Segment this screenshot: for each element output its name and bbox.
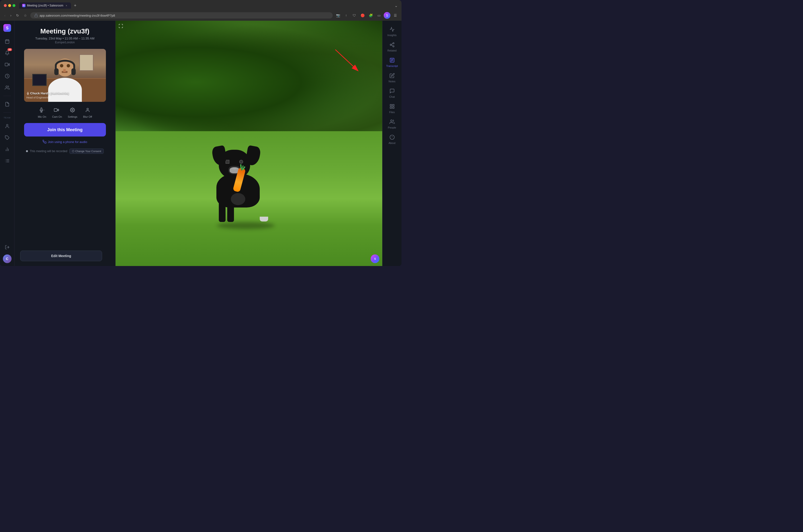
blur-control[interactable]: Blur Off: [83, 106, 92, 118]
profile-icon[interactable]: S: [384, 12, 390, 19]
reload-button[interactable]: ↻: [15, 13, 20, 18]
svg-point-30: [87, 108, 89, 110]
menu-icon[interactable]: ☰: [392, 12, 399, 19]
file-icon: [5, 102, 9, 107]
address-bar[interactable]: app.salesroom.com/meeting/meeting-zvu3f-…: [30, 12, 333, 19]
dog-eye-right: [239, 160, 243, 164]
sidebar-item-tags[interactable]: [2, 132, 13, 143]
right-sidebar-item-insights[interactable]: Insights: [382, 24, 402, 39]
sidebar-toggle-icon[interactable]: ▭: [376, 12, 382, 19]
files-label: Files: [389, 111, 395, 114]
svg-rect-47: [393, 104, 394, 106]
transcript-label: Transcript: [386, 64, 398, 68]
info-circle-icon: [389, 135, 395, 140]
minimize-window-button[interactable]: [8, 4, 11, 7]
lock-icon: [34, 14, 38, 17]
sidebar-divider-2: [3, 112, 11, 113]
tag-icon: [5, 135, 9, 140]
new-tab-button[interactable]: +: [72, 3, 78, 8]
expand-video-icon[interactable]: [118, 24, 123, 30]
cam-label: Cam On: [52, 115, 62, 118]
sidebar-item-calendar[interactable]: [2, 36, 13, 47]
sidebar-item-team-members[interactable]: [2, 121, 13, 131]
mic-control-icon: [38, 106, 46, 114]
close-window-button[interactable]: [4, 4, 7, 7]
window-chevron-down-icon[interactable]: ⌄: [395, 3, 398, 8]
settings-control[interactable]: Settings: [68, 106, 77, 118]
transcript-list-icon: [5, 158, 9, 163]
share-icon[interactable]: ↑: [343, 12, 349, 19]
app-logo[interactable]: S: [3, 24, 12, 32]
sidebar-item-recent[interactable]: [2, 71, 13, 81]
browser-actions: 📷 ↑ 🛡 🔴 🧩 ▭ S ☰: [334, 12, 399, 19]
phone-join-link[interactable]: Join using a phone for audio: [43, 140, 87, 144]
sidebar-item-reports[interactable]: [2, 144, 13, 155]
dog-eye-left: [226, 160, 229, 164]
right-sidebar-item-transcript[interactable]: Transcript: [382, 54, 402, 70]
maximize-window-button[interactable]: [13, 4, 15, 7]
related-icon: [389, 41, 396, 48]
bookmark-button[interactable]: ☆: [22, 13, 28, 18]
person-head: [57, 58, 73, 77]
change-consent-button[interactable]: Change Your Consent: [69, 149, 104, 154]
right-sidebar-item-chat[interactable]: Chat: [382, 85, 402, 101]
edit-meeting-button[interactable]: Edit Meeting: [20, 251, 102, 261]
shield2-icon[interactable]: 🔴: [359, 12, 366, 19]
browser-chrome: S Meeting (zvu3f) • Salesroom × + ⌄ ‹ › …: [0, 0, 402, 21]
app-container: S 23 TEAM: [0, 21, 402, 266]
sidebar-item-meetings[interactable]: [2, 59, 13, 70]
puzzle-icon[interactable]: 🧩: [367, 12, 374, 19]
url-text: app.salesroom.com/meeting/meeting-zvu3f-…: [39, 14, 329, 17]
sidebar-item-transcripts[interactable]: [2, 155, 13, 166]
svg-rect-28: [54, 109, 57, 111]
settings-label: Settings: [68, 115, 77, 118]
sidebar-divider-1: [3, 96, 11, 96]
right-sidebar-item-files[interactable]: Files: [382, 101, 402, 116]
insights-label: Insights: [387, 34, 397, 37]
forward-button[interactable]: ›: [9, 13, 13, 18]
insights-chart-icon: [389, 27, 395, 32]
video-icon[interactable]: 📷: [334, 12, 341, 19]
main-content: Meeting (zvu3f) Tuesday, 23rd May • 11:0…: [15, 21, 402, 266]
shield-icon[interactable]: 🛡: [351, 12, 358, 19]
notes-pencil-icon: [389, 73, 395, 78]
headphone-right: [71, 68, 76, 75]
active-tab[interactable]: S Meeting (zvu3f) • Salesroom ×: [19, 2, 71, 9]
sidebar-item-logout[interactable]: [2, 242, 13, 252]
video-overlay-info: Chuck Hardy (He/Him/His) Head of Enginee…: [26, 92, 69, 99]
cam-chevron-icon: [58, 109, 60, 111]
svg-point-10: [6, 86, 7, 88]
sidebar-item-contacts[interactable]: [2, 82, 13, 93]
join-meeting-button[interactable]: Join this Meeting: [24, 123, 106, 136]
recording-text: This meeting will be recorded: [30, 150, 68, 153]
salesroom-corner-logo-icon: S: [372, 256, 378, 261]
mic-on-icon: [26, 92, 30, 95]
phone-icon: [43, 140, 46, 144]
user-avatar[interactable]: C: [3, 254, 12, 263]
mic-control[interactable]: Mic On: [38, 106, 46, 118]
settings-gear-icon: [70, 108, 75, 112]
back-button[interactable]: ‹: [3, 13, 7, 18]
svg-rect-8: [5, 63, 8, 66]
sidebar-item-notifications[interactable]: 23: [2, 48, 13, 58]
sidebar-item-documents[interactable]: [2, 99, 13, 110]
tab-close-button[interactable]: ×: [65, 4, 68, 7]
cam-control[interactable]: Cam On: [52, 106, 62, 118]
svg-rect-0: [35, 15, 38, 17]
recording-notice: This meeting will be recorded Change You…: [26, 149, 104, 154]
right-sidebar-item-notes[interactable]: Notes: [382, 70, 402, 85]
tab-favicon: S: [22, 4, 25, 7]
right-sidebar-item-about[interactable]: About: [382, 131, 402, 147]
right-sidebar-item-people[interactable]: People: [382, 116, 402, 131]
salesroom-logo-bottom-right[interactable]: S: [371, 254, 379, 263]
title-bar: S Meeting (zvu3f) • Salesroom × + ⌄: [0, 0, 402, 11]
blur-label: Blur Off: [83, 115, 92, 118]
meeting-timezone: Europe/London: [55, 41, 75, 44]
transcript-doc-icon: [389, 58, 395, 63]
bell-icon: [5, 51, 9, 55]
camera-icon: [54, 108, 59, 112]
people-icon: [389, 118, 396, 125]
right-sidebar-item-related[interactable]: Related: [382, 39, 402, 54]
video-participant-name: Chuck Hardy (He/Him/His): [30, 92, 69, 95]
chat-label: Chat: [389, 95, 395, 98]
